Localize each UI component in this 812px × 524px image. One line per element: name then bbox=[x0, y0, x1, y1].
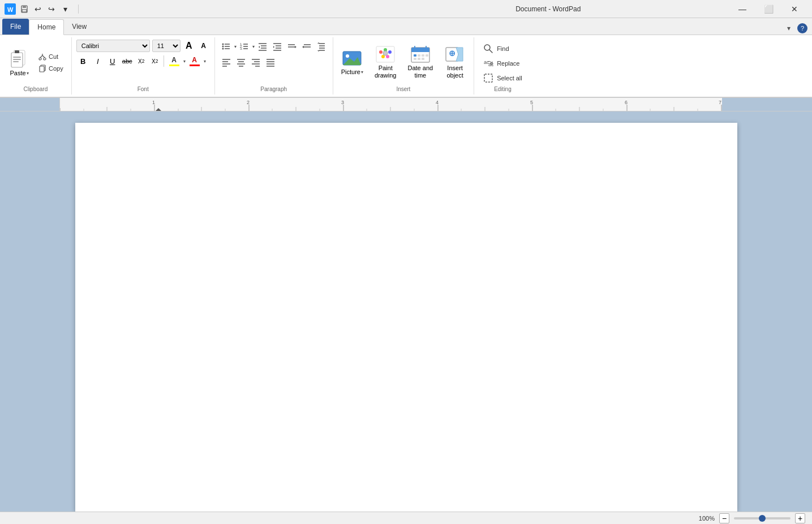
underline-button[interactable]: U bbox=[106, 54, 119, 68]
svg-marker-39 bbox=[273, 46, 274, 48]
insert-label: Insert bbox=[338, 86, 469, 92]
find-icon bbox=[483, 44, 493, 54]
numbering-dropdown[interactable]: ▾ bbox=[252, 44, 255, 49]
collapse-ribbon-btn[interactable]: ▾ bbox=[783, 22, 795, 35]
date-time-button[interactable]: Date andtime bbox=[404, 43, 436, 81]
ruler: 1 2 3 4 5 6 7 bbox=[0, 98, 812, 111]
ribbon-controls: ▾ ? bbox=[783, 22, 810, 35]
insert-group: Picture ▾ Paintdrawing bbox=[333, 37, 474, 95]
line-spacing-button[interactable] bbox=[315, 40, 328, 53]
rtl-button[interactable] bbox=[300, 40, 313, 53]
document-page[interactable] bbox=[75, 123, 737, 512]
paste-button[interactable]: Paste ▾ bbox=[5, 40, 34, 85]
svg-text:1: 1 bbox=[152, 100, 155, 105]
svg-marker-50 bbox=[317, 42, 320, 44]
close-button[interactable]: ✕ bbox=[781, 0, 807, 18]
replace-icon: ac ac bbox=[483, 58, 493, 68]
maximize-button[interactable]: ⬜ bbox=[755, 0, 781, 18]
highlight-dropdown[interactable]: ▾ bbox=[183, 59, 186, 64]
save-quick-btn[interactable] bbox=[18, 3, 31, 15]
font-color-button[interactable]: A bbox=[187, 54, 203, 68]
ltr-button[interactable] bbox=[285, 40, 299, 53]
strikethrough-button[interactable]: abc bbox=[121, 54, 134, 68]
select-all-button[interactable]: Select all bbox=[479, 71, 527, 85]
insert-object-button[interactable]: ⊕ Insertobject bbox=[441, 43, 469, 81]
svg-rect-89 bbox=[422, 58, 424, 60]
svg-rect-97 bbox=[484, 74, 492, 82]
font-size-select[interactable]: 11 bbox=[152, 40, 181, 52]
ruler-left-margin bbox=[0, 98, 59, 111]
ribbon-content: Paste ▾ Cut bbox=[0, 35, 812, 97]
calendar-icon bbox=[410, 45, 431, 63]
cut-copy-buttons: Cut Copy bbox=[35, 40, 67, 85]
quick-access-toolbar: ↩ ↪ ▾ bbox=[18, 3, 71, 15]
copy-icon bbox=[38, 65, 46, 72]
svg-line-94 bbox=[489, 50, 492, 53]
ruler-main: 1 2 3 4 5 6 7 bbox=[59, 98, 721, 111]
svg-text:2: 2 bbox=[247, 100, 250, 105]
replace-button[interactable]: ac ac Replace bbox=[479, 57, 524, 70]
svg-text:3: 3 bbox=[341, 100, 344, 105]
picture-dropdown[interactable]: ▾ bbox=[361, 70, 363, 75]
zoom-slider[interactable] bbox=[734, 517, 790, 519]
justify-button[interactable] bbox=[264, 55, 277, 69]
svg-text:W: W bbox=[7, 6, 14, 13]
text-highlight-button[interactable]: A bbox=[166, 54, 182, 68]
tab-home[interactable]: Home bbox=[29, 19, 64, 35]
superscript-button[interactable]: X2 bbox=[149, 55, 161, 67]
minimize-button[interactable]: — bbox=[729, 0, 755, 18]
cut-label: Cut bbox=[49, 53, 58, 60]
customize-quick-btn[interactable]: ▾ bbox=[59, 3, 71, 15]
svg-rect-9 bbox=[13, 59, 21, 60]
find-button[interactable]: Find bbox=[479, 42, 513, 55]
zoom-out-button[interactable]: − bbox=[719, 513, 729, 523]
increase-indent-button[interactable] bbox=[270, 40, 284, 53]
paint-drawing-button[interactable]: Paintdrawing bbox=[371, 43, 400, 81]
document-area[interactable] bbox=[0, 111, 812, 523]
date-time-label: Date andtime bbox=[407, 65, 433, 79]
help-btn[interactable]: ? bbox=[797, 23, 807, 33]
picture-icon bbox=[342, 49, 362, 67]
subscript-button[interactable]: X2 bbox=[135, 55, 148, 67]
find-label: Find bbox=[497, 45, 509, 52]
svg-text:⊕: ⊕ bbox=[449, 49, 456, 58]
tab-view[interactable]: View bbox=[64, 19, 94, 35]
paragraph-group-content: ▾ 1.2.3. ▾ bbox=[220, 40, 328, 85]
window-controls: — ⬜ ✕ bbox=[729, 0, 807, 18]
svg-point-74 bbox=[388, 50, 392, 54]
font-family-select[interactable]: Calibri bbox=[76, 40, 150, 52]
replace-label: Replace bbox=[497, 60, 519, 67]
bullets-button[interactable] bbox=[220, 40, 233, 53]
scissors-icon bbox=[38, 53, 46, 61]
svg-line-13 bbox=[40, 55, 42, 58]
paste-label: Paste bbox=[10, 70, 25, 76]
font-grow-button[interactable]: A bbox=[183, 40, 195, 52]
bullets-dropdown[interactable]: ▾ bbox=[234, 44, 237, 49]
document-editor[interactable] bbox=[75, 123, 737, 462]
picture-button[interactable]: Picture ▾ bbox=[338, 47, 367, 78]
svg-point-72 bbox=[379, 50, 383, 54]
redo-quick-btn[interactable]: ↪ bbox=[45, 3, 58, 15]
font-shrink-button[interactable]: A bbox=[197, 40, 210, 52]
align-center-button[interactable] bbox=[234, 55, 248, 69]
zoom-in-button[interactable]: + bbox=[795, 513, 805, 523]
clipboard-label: Clipboard bbox=[5, 86, 67, 92]
tab-file[interactable]: File bbox=[2, 19, 29, 35]
paste-dropdown-arrow: ▾ bbox=[27, 71, 29, 76]
svg-point-77 bbox=[383, 51, 388, 55]
svg-rect-83 bbox=[414, 54, 416, 57]
decrease-indent-button[interactable] bbox=[256, 40, 269, 53]
bold-button[interactable]: B bbox=[76, 54, 90, 68]
svg-point-20 bbox=[222, 46, 224, 48]
svg-rect-7 bbox=[15, 50, 19, 53]
cut-button[interactable]: Cut bbox=[35, 51, 67, 62]
align-left-button[interactable] bbox=[220, 55, 233, 69]
italic-button[interactable]: I bbox=[91, 54, 105, 68]
numbering-button[interactable]: 1.2.3. bbox=[238, 40, 251, 53]
select-all-label: Select all bbox=[497, 75, 522, 81]
copy-button[interactable]: Copy bbox=[35, 63, 67, 74]
fontcolor-dropdown[interactable]: ▾ bbox=[204, 59, 206, 64]
align-right-button[interactable] bbox=[249, 55, 263, 69]
svg-marker-51 bbox=[317, 50, 320, 51]
undo-quick-btn[interactable]: ↩ bbox=[32, 3, 44, 15]
